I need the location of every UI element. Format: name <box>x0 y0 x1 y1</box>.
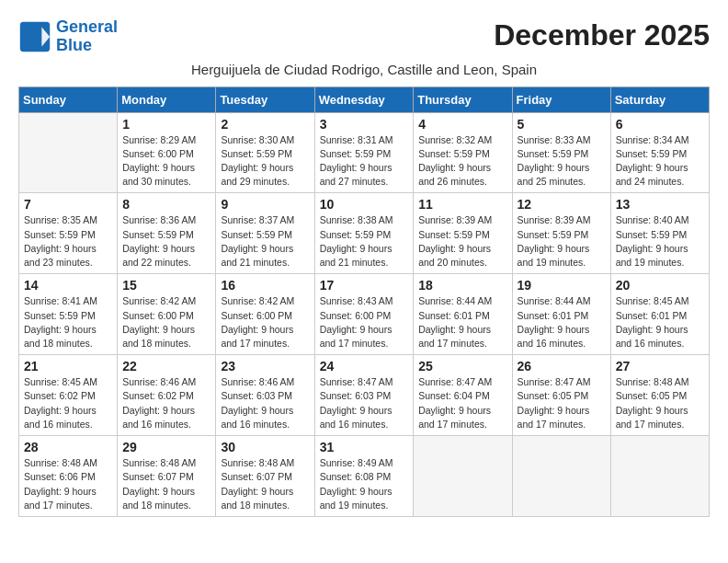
day-number: 4 <box>418 117 506 132</box>
calendar-cell <box>414 436 512 517</box>
calendar-cell: 23Sunrise: 8:46 AMSunset: 6:03 PMDayligh… <box>216 355 314 436</box>
logo-line2: Blue <box>56 37 118 55</box>
calendar-week-4: 21Sunrise: 8:45 AMSunset: 6:02 PMDayligh… <box>19 355 710 436</box>
day-info: Sunrise: 8:46 AMSunset: 6:03 PMDaylight:… <box>221 375 309 431</box>
day-number: 25 <box>418 359 506 373</box>
calendar-cell: 13Sunrise: 8:40 AMSunset: 5:59 PMDayligh… <box>610 193 709 274</box>
day-number: 6 <box>616 117 704 132</box>
day-info: Sunrise: 8:44 AMSunset: 6:01 PMDaylight:… <box>518 294 606 350</box>
svg-rect-2 <box>22 23 42 50</box>
day-number: 3 <box>320 117 409 132</box>
day-number: 26 <box>518 359 606 373</box>
day-number: 22 <box>122 359 210 373</box>
day-info: Sunrise: 8:39 AMSunset: 5:59 PMDaylight:… <box>518 213 606 270</box>
weekday-header-wednesday: Wednesday <box>314 86 414 112</box>
calendar-cell: 4Sunrise: 8:32 AMSunset: 5:59 PMDaylight… <box>414 112 512 193</box>
calendar-cell: 21Sunrise: 8:45 AMSunset: 6:02 PMDayligh… <box>19 355 118 436</box>
month-title: December 2025 <box>494 18 710 52</box>
day-number: 27 <box>616 359 704 373</box>
calendar-cell: 16Sunrise: 8:42 AMSunset: 6:00 PMDayligh… <box>216 274 314 355</box>
location-title: Herguijuela de Ciudad Rodrigo, Castille … <box>18 62 710 77</box>
day-info: Sunrise: 8:40 AMSunset: 5:59 PMDaylight:… <box>616 213 704 270</box>
day-info: Sunrise: 8:46 AMSunset: 6:02 PMDaylight:… <box>122 375 210 431</box>
day-number: 1 <box>122 117 210 132</box>
day-number: 9 <box>221 197 309 212</box>
day-info: Sunrise: 8:35 AMSunset: 5:59 PMDaylight:… <box>24 213 112 270</box>
day-info: Sunrise: 8:48 AMSunset: 6:05 PMDaylight:… <box>616 375 704 431</box>
day-number: 20 <box>616 278 704 293</box>
day-number: 10 <box>320 197 409 212</box>
day-info: Sunrise: 8:39 AMSunset: 5:59 PMDaylight:… <box>418 213 506 270</box>
day-number: 14 <box>24 278 112 293</box>
calendar-cell: 10Sunrise: 8:38 AMSunset: 5:59 PMDayligh… <box>314 193 414 274</box>
day-info: Sunrise: 8:48 AMSunset: 6:07 PMDaylight:… <box>221 456 309 512</box>
day-info: Sunrise: 8:38 AMSunset: 5:59 PMDaylight:… <box>320 213 409 270</box>
day-number: 18 <box>418 278 506 293</box>
day-info: Sunrise: 8:47 AMSunset: 6:03 PMDaylight:… <box>320 375 409 431</box>
calendar-cell: 2Sunrise: 8:30 AMSunset: 5:59 PMDaylight… <box>216 112 314 193</box>
day-number: 21 <box>24 359 112 373</box>
day-info: Sunrise: 8:30 AMSunset: 5:59 PMDaylight:… <box>221 133 309 190</box>
day-number: 12 <box>518 197 606 212</box>
weekday-header-monday: Monday <box>118 86 216 112</box>
day-info: Sunrise: 8:42 AMSunset: 6:00 PMDaylight:… <box>122 294 210 350</box>
day-number: 30 <box>221 440 309 454</box>
day-number: 28 <box>24 440 112 454</box>
day-info: Sunrise: 8:41 AMSunset: 5:59 PMDaylight:… <box>24 294 112 350</box>
calendar-cell: 7Sunrise: 8:35 AMSunset: 5:59 PMDaylight… <box>19 193 118 274</box>
calendar-cell: 8Sunrise: 8:36 AMSunset: 5:59 PMDaylight… <box>118 193 216 274</box>
day-number: 2 <box>221 117 309 132</box>
day-info: Sunrise: 8:47 AMSunset: 6:04 PMDaylight:… <box>418 375 506 431</box>
calendar-cell: 19Sunrise: 8:44 AMSunset: 6:01 PMDayligh… <box>512 274 610 355</box>
day-info: Sunrise: 8:47 AMSunset: 6:05 PMDaylight:… <box>518 375 606 431</box>
calendar-cell: 1Sunrise: 8:29 AMSunset: 6:00 PMDaylight… <box>118 112 216 193</box>
day-info: Sunrise: 8:37 AMSunset: 5:59 PMDaylight:… <box>221 213 309 270</box>
calendar-cell: 30Sunrise: 8:48 AMSunset: 6:07 PMDayligh… <box>216 436 314 517</box>
day-info: Sunrise: 8:34 AMSunset: 5:59 PMDaylight:… <box>616 133 704 190</box>
day-number: 16 <box>221 278 309 293</box>
calendar-cell <box>19 112 118 193</box>
day-info: Sunrise: 8:49 AMSunset: 6:08 PMDaylight:… <box>320 456 409 512</box>
logo: General Blue <box>18 18 118 55</box>
weekday-header-saturday: Saturday <box>610 86 709 112</box>
calendar-cell: 6Sunrise: 8:34 AMSunset: 5:59 PMDaylight… <box>610 112 709 193</box>
logo-line1: General <box>56 18 118 37</box>
calendar-cell: 5Sunrise: 8:33 AMSunset: 5:59 PMDaylight… <box>512 112 610 193</box>
calendar-cell: 28Sunrise: 8:48 AMSunset: 6:06 PMDayligh… <box>19 436 118 517</box>
day-number: 24 <box>320 359 409 373</box>
calendar-week-2: 7Sunrise: 8:35 AMSunset: 5:59 PMDaylight… <box>19 193 710 274</box>
weekday-header-tuesday: Tuesday <box>216 86 314 112</box>
calendar-cell: 20Sunrise: 8:45 AMSunset: 6:01 PMDayligh… <box>610 274 709 355</box>
calendar-cell <box>610 436 709 517</box>
day-number: 23 <box>221 359 309 373</box>
day-info: Sunrise: 8:29 AMSunset: 6:00 PMDaylight:… <box>122 133 210 190</box>
day-number: 11 <box>418 197 506 212</box>
calendar-week-3: 14Sunrise: 8:41 AMSunset: 5:59 PMDayligh… <box>19 274 710 355</box>
calendar-cell: 26Sunrise: 8:47 AMSunset: 6:05 PMDayligh… <box>512 355 610 436</box>
day-info: Sunrise: 8:31 AMSunset: 5:59 PMDaylight:… <box>320 133 409 190</box>
calendar-week-1: 1Sunrise: 8:29 AMSunset: 6:00 PMDaylight… <box>19 112 710 193</box>
day-number: 13 <box>616 197 704 212</box>
calendar-cell <box>512 436 610 517</box>
calendar-cell: 3Sunrise: 8:31 AMSunset: 5:59 PMDaylight… <box>314 112 414 193</box>
calendar-cell: 14Sunrise: 8:41 AMSunset: 5:59 PMDayligh… <box>19 274 118 355</box>
day-number: 17 <box>320 278 409 293</box>
day-number: 19 <box>518 278 606 293</box>
day-number: 5 <box>518 117 606 132</box>
day-info: Sunrise: 8:45 AMSunset: 6:02 PMDaylight:… <box>24 375 112 431</box>
day-number: 7 <box>24 197 112 212</box>
general-blue-icon <box>18 20 51 53</box>
weekday-header-friday: Friday <box>512 86 610 112</box>
calendar-cell: 12Sunrise: 8:39 AMSunset: 5:59 PMDayligh… <box>512 193 610 274</box>
day-info: Sunrise: 8:42 AMSunset: 6:00 PMDaylight:… <box>221 294 309 350</box>
day-info: Sunrise: 8:48 AMSunset: 6:06 PMDaylight:… <box>24 456 112 512</box>
calendar-cell: 11Sunrise: 8:39 AMSunset: 5:59 PMDayligh… <box>414 193 512 274</box>
weekday-header-thursday: Thursday <box>414 86 512 112</box>
calendar-cell: 25Sunrise: 8:47 AMSunset: 6:04 PMDayligh… <box>414 355 512 436</box>
calendar-cell: 24Sunrise: 8:47 AMSunset: 6:03 PMDayligh… <box>314 355 414 436</box>
calendar-cell: 22Sunrise: 8:46 AMSunset: 6:02 PMDayligh… <box>118 355 216 436</box>
day-info: Sunrise: 8:43 AMSunset: 6:00 PMDaylight:… <box>320 294 409 350</box>
day-info: Sunrise: 8:33 AMSunset: 5:59 PMDaylight:… <box>518 133 606 190</box>
weekday-header-sunday: Sunday <box>19 86 118 112</box>
day-number: 29 <box>122 440 210 454</box>
